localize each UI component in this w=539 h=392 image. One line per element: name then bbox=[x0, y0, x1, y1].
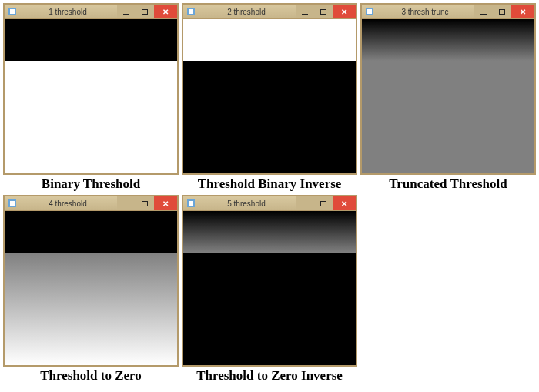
window-cell-5: 5 threshold ✕ Threshold to Zero Inverse bbox=[182, 195, 357, 384]
maximize-icon bbox=[499, 9, 505, 15]
app-icon bbox=[5, 196, 18, 210]
svg-rect-5 bbox=[367, 9, 372, 14]
titlebar[interactable]: 5 threshold ✕ bbox=[183, 196, 356, 211]
minimize-icon bbox=[302, 206, 308, 206]
window-caption: Truncated Threshold bbox=[389, 176, 507, 192]
threshold-region-black bbox=[5, 19, 177, 61]
window-caption: Threshold to Zero bbox=[40, 368, 142, 384]
minimize-button[interactable] bbox=[117, 196, 136, 210]
window-3: 3 thresh trunc ✕ bbox=[360, 3, 536, 175]
app-icon bbox=[183, 196, 197, 210]
minimize-button[interactable] bbox=[296, 5, 314, 18]
minimize-button[interactable] bbox=[296, 196, 314, 210]
maximize-icon bbox=[142, 9, 148, 15]
window-cell-1: 1 threshold ✕ Binary Threshold bbox=[3, 3, 179, 192]
maximize-icon bbox=[320, 9, 326, 15]
svg-rect-9 bbox=[189, 201, 193, 206]
close-icon: ✕ bbox=[341, 8, 347, 16]
window-cell-2: 2 threshold ✕ Threshold Binary Inverse bbox=[182, 3, 357, 192]
window-controls: ✕ bbox=[296, 5, 356, 18]
svg-rect-1 bbox=[10, 9, 15, 14]
maximize-button[interactable] bbox=[136, 5, 154, 18]
app-icon bbox=[5, 5, 18, 18]
maximize-button[interactable] bbox=[314, 5, 333, 18]
threshold-region-gradient bbox=[183, 211, 356, 253]
window-title: 3 thresh trunc bbox=[376, 5, 474, 18]
window-caption: Binary Threshold bbox=[42, 176, 140, 192]
minimize-icon bbox=[123, 206, 129, 206]
minimize-button[interactable] bbox=[117, 5, 136, 18]
titlebar[interactable]: 4 threshold ✕ bbox=[5, 196, 177, 211]
titlebar[interactable]: 3 thresh trunc ✕ bbox=[362, 5, 534, 19]
window-5: 5 threshold ✕ bbox=[182, 195, 357, 367]
svg-rect-3 bbox=[189, 9, 193, 14]
window-cell-3: 3 thresh trunc ✕ Truncated Threshold bbox=[360, 3, 536, 192]
window-title: 2 threshold bbox=[197, 5, 296, 18]
minimize-icon bbox=[480, 14, 487, 15]
titlebar[interactable]: 1 threshold ✕ bbox=[5, 5, 177, 19]
image-viewport bbox=[183, 19, 356, 173]
close-button[interactable]: ✕ bbox=[333, 5, 356, 18]
image-viewport bbox=[183, 211, 356, 365]
window-1: 1 threshold ✕ bbox=[3, 3, 179, 175]
minimize-icon bbox=[302, 14, 308, 15]
windows-grid: 1 threshold ✕ Binary Threshold 2 thresho… bbox=[3, 3, 536, 384]
window-controls: ✕ bbox=[117, 5, 177, 18]
app-icon bbox=[183, 5, 197, 18]
close-button[interactable]: ✕ bbox=[333, 196, 356, 210]
image-viewport bbox=[5, 211, 177, 365]
svg-rect-7 bbox=[10, 201, 15, 206]
maximize-button[interactable] bbox=[493, 5, 511, 18]
window-2: 2 threshold ✕ bbox=[182, 3, 357, 175]
app-icon bbox=[362, 5, 376, 18]
window-controls: ✕ bbox=[296, 196, 356, 210]
close-icon: ✕ bbox=[162, 8, 169, 16]
titlebar[interactable]: 2 threshold ✕ bbox=[183, 5, 356, 19]
minimize-icon bbox=[123, 14, 129, 15]
close-button[interactable]: ✕ bbox=[154, 5, 177, 18]
window-controls: ✕ bbox=[117, 196, 177, 210]
threshold-region-black bbox=[5, 211, 177, 253]
maximize-button[interactable] bbox=[136, 196, 154, 210]
threshold-region-gradient bbox=[362, 19, 534, 61]
window-title: 1 threshold bbox=[18, 5, 117, 18]
maximize-icon bbox=[320, 201, 326, 206]
maximize-button[interactable] bbox=[314, 196, 333, 210]
close-icon: ✕ bbox=[520, 8, 526, 16]
threshold-region-gradient bbox=[5, 253, 177, 365]
window-title: 5 threshold bbox=[197, 196, 296, 210]
window-controls: ✕ bbox=[474, 5, 534, 18]
close-button[interactable]: ✕ bbox=[154, 196, 177, 210]
maximize-icon bbox=[142, 201, 148, 206]
close-icon: ✕ bbox=[162, 199, 169, 208]
close-icon: ✕ bbox=[341, 199, 347, 208]
minimize-button[interactable] bbox=[474, 5, 493, 18]
window-cell-4: 4 threshold ✕ Threshold to Zero bbox=[3, 195, 179, 384]
image-viewport bbox=[5, 19, 177, 173]
close-button[interactable]: ✕ bbox=[511, 5, 534, 18]
window-title: 4 threshold bbox=[18, 196, 117, 210]
window-caption: Threshold to Zero Inverse bbox=[196, 368, 343, 384]
threshold-region-white bbox=[183, 19, 356, 61]
window-4: 4 threshold ✕ bbox=[3, 195, 179, 367]
image-viewport bbox=[362, 19, 534, 173]
window-caption: Threshold Binary Inverse bbox=[198, 176, 342, 192]
